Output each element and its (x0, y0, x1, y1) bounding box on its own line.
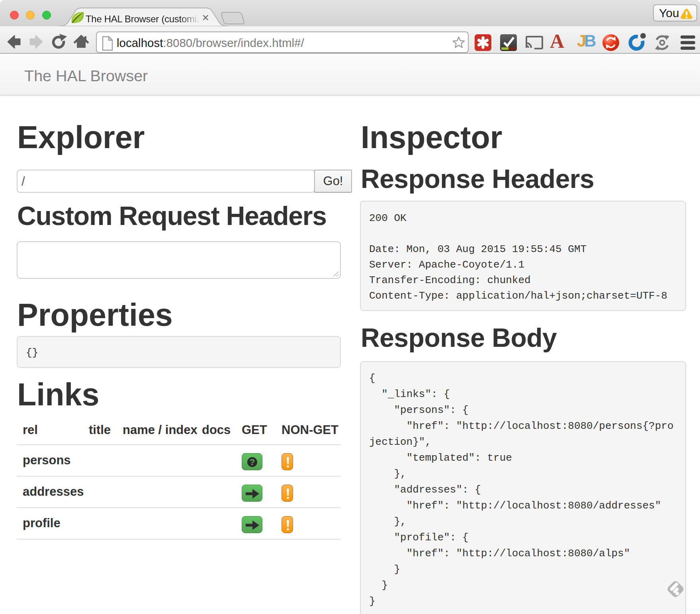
svg-text:B: B (584, 31, 596, 50)
svg-text:A: A (550, 30, 564, 52)
